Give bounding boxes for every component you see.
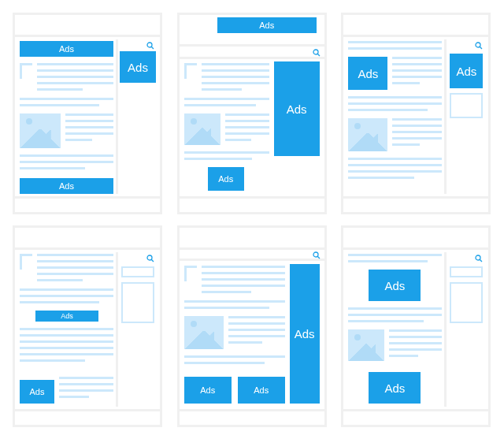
layout-6: Ads Ads (341, 225, 491, 427)
ad-tall-rect: Ads (274, 61, 320, 156)
sidebar-box (121, 282, 154, 323)
drop-cap (20, 254, 32, 270)
text-lines (392, 118, 442, 150)
svg-line-9 (317, 256, 320, 259)
nav-bar (180, 250, 324, 261)
search-icon (313, 49, 321, 57)
sidebar-box (121, 266, 154, 277)
content-area: Ads Ads Ads (184, 264, 320, 407)
layout-4: Ads Ads (13, 225, 162, 427)
ad-inline-square: Ads (208, 167, 244, 191)
text-lines (348, 254, 442, 266)
svg-point-4 (476, 43, 480, 47)
text-lines (20, 328, 113, 366)
search-icon (475, 255, 483, 262)
footer-bar (15, 196, 160, 212)
layout-3: Ads Ads (341, 13, 491, 214)
header-bar (343, 15, 488, 37)
header-bar (15, 15, 160, 37)
ad-inline-left: Ads (348, 57, 387, 90)
svg-line-3 (317, 54, 320, 56)
ad-sidebar-square: Ads (450, 54, 483, 88)
ad-right-rect: Ads (120, 51, 156, 83)
text-lines (389, 329, 442, 361)
ad-bottom-sq-1: Ads (184, 377, 232, 404)
header-bar (343, 228, 488, 250)
sidebar (116, 252, 157, 407)
text-lines (37, 254, 113, 285)
ad-leaderboard: Ads (217, 17, 317, 33)
svg-line-1 (151, 47, 154, 49)
search-icon (313, 251, 321, 259)
svg-line-11 (480, 259, 483, 262)
header-bar: Ads (180, 15, 324, 47)
text-lines (184, 98, 269, 110)
layout-2: Ads Ads Ads (177, 13, 327, 214)
text-lines (59, 377, 113, 402)
svg-point-10 (476, 255, 480, 260)
footer-bar (180, 409, 324, 425)
footer-bar (15, 409, 160, 425)
layout-grid: Ads Ads Ads Ads (13, 13, 491, 427)
image-placeholder (20, 113, 61, 148)
svg-point-6 (147, 255, 152, 260)
text-lines (202, 266, 285, 297)
text-lines (37, 63, 113, 95)
text-lines (202, 63, 269, 95)
text-lines (228, 316, 285, 348)
ad-bottom-square: Ads (369, 372, 421, 404)
search-icon (146, 255, 154, 262)
nav-bar (180, 47, 324, 59)
text-lines (20, 98, 113, 110)
content-area: Ads Ads (348, 252, 442, 407)
sidebar (444, 252, 485, 407)
ad-bottom-sq-2: Ads (238, 377, 285, 404)
drop-cap (184, 63, 197, 79)
ad-mid-banner: Ads (35, 311, 98, 322)
content-area: Ads Ads (20, 252, 113, 407)
header-bar (15, 228, 160, 250)
text-lines (225, 113, 269, 145)
text-lines (348, 307, 442, 326)
image-placeholder (348, 118, 387, 151)
text-lines (20, 288, 113, 307)
ad-skyscraper: Ads (290, 264, 320, 404)
drop-cap (184, 266, 197, 281)
text-lines (184, 151, 269, 164)
text-lines (348, 96, 442, 115)
footer-bar (343, 409, 488, 425)
ad-bottom-banner: Ads (20, 178, 113, 194)
svg-point-0 (147, 43, 152, 47)
text-lines (348, 41, 442, 54)
layout-5: Ads Ads Ads (177, 225, 327, 427)
svg-line-5 (480, 47, 483, 49)
image-placeholder (348, 329, 384, 361)
sidebar-box (450, 266, 483, 277)
sidebar-box (450, 282, 483, 323)
svg-line-7 (151, 259, 154, 262)
text-lines (348, 158, 442, 183)
header-bar (180, 228, 324, 250)
content-area: Ads Ads (20, 39, 113, 194)
ad-top-banner: Ads (20, 41, 113, 57)
footer-bar (180, 196, 324, 212)
text-lines (184, 355, 285, 368)
ad-bottom-square: Ads (20, 380, 54, 404)
image-placeholder (184, 113, 220, 145)
svg-point-8 (313, 252, 318, 257)
drop-cap (20, 63, 32, 79)
text-lines (20, 154, 113, 173)
search-icon (146, 42, 154, 50)
footer-bar (343, 196, 488, 212)
text-lines (392, 57, 442, 88)
image-placeholder (184, 316, 224, 349)
content-area: Ads (348, 39, 442, 194)
content-area: Ads Ads (184, 61, 320, 194)
text-lines (184, 300, 285, 313)
sidebar: Ads (444, 39, 485, 194)
search-icon (475, 42, 483, 50)
layout-1: Ads Ads Ads (13, 13, 162, 214)
ad-top-square: Ads (369, 270, 421, 301)
text-lines (65, 113, 113, 145)
sidebar-box (450, 93, 483, 118)
